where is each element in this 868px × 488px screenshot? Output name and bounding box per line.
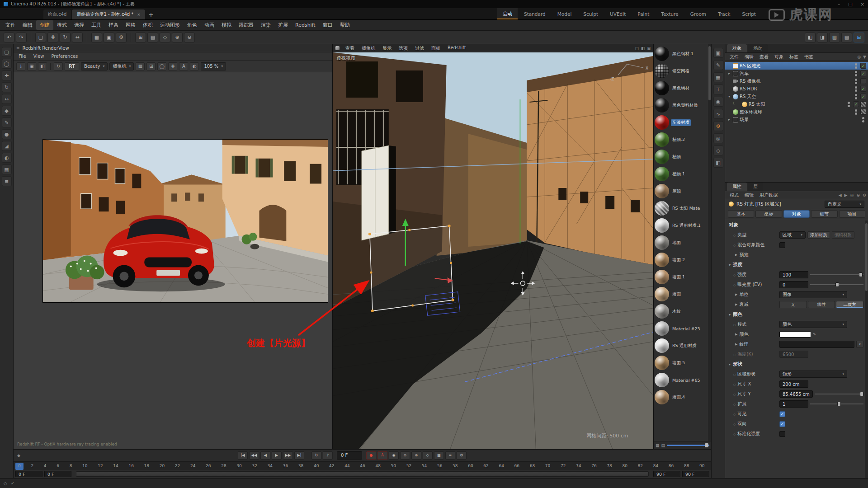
attr-tab-对象[interactable]: 对象	[783, 210, 810, 218]
expand-arrow-icon[interactable]: ▶	[735, 293, 737, 296]
menu-跟踪器[interactable]: 跟踪器	[235, 20, 257, 30]
attr-tab-细节[interactable]: 细节	[811, 210, 837, 218]
material-item[interactable]: 镂空网格	[655, 62, 711, 80]
attr-menu-模式[interactable]: 模式	[727, 192, 741, 199]
vp-menu-摄像机[interactable]: 摄像机	[359, 45, 378, 52]
zoom-level-select[interactable]: 105 %▾	[201, 62, 226, 70]
value-field[interactable]: 100	[779, 271, 808, 278]
save-image-icon[interactable]: ↓	[16, 62, 25, 70]
material-item[interactable]: 黑色钢材.1	[655, 45, 711, 62]
menu-模式[interactable]: 模式	[53, 20, 71, 30]
tile-tag-icon[interactable]	[860, 78, 866, 84]
checkbox[interactable]	[779, 431, 785, 437]
layout-tab-Model[interactable]: Model	[552, 8, 577, 19]
key-pla-button[interactable]: ≡	[445, 451, 455, 460]
timeline-ruler[interactable]: 0246810121416182022242628303234363840424…	[14, 461, 711, 470]
key-rotation-button[interactable]: ◇	[423, 451, 433, 460]
material-item[interactable]: 车漆材质	[655, 114, 711, 131]
mirror-tool[interactable]: ▦	[2, 164, 12, 174]
layout-tab-Texture[interactable]: Texture	[656, 8, 684, 19]
material-item[interactable]: RS 太阳 Mate	[655, 200, 711, 217]
material-item[interactable]: 墙面.4	[655, 389, 711, 406]
attr-tab-项目[interactable]: 项目	[839, 210, 865, 218]
toolbar-workplane-button[interactable]: ▤	[147, 33, 158, 42]
toolbar-quantize-button[interactable]: ◇	[160, 33, 170, 42]
checker-tag-icon[interactable]	[860, 109, 866, 115]
attr-back-icon[interactable]: ◀	[839, 193, 842, 197]
viewport-split-icon[interactable]: ◧	[641, 46, 645, 51]
layout-tab-Sculpt[interactable]: Sculpt	[578, 8, 604, 19]
range-end-field[interactable]: 90 F	[653, 471, 680, 477]
toolbar-layout-panel-1-button[interactable]: ◧	[805, 33, 816, 42]
vp-menu-查看[interactable]: 查看	[342, 45, 358, 52]
menu-编辑[interactable]: 编辑	[19, 20, 36, 30]
simulation-button[interactable]: ∿	[713, 109, 723, 119]
menu-网格[interactable]: 网格	[122, 20, 139, 30]
layout-tab-Script[interactable]: Script	[737, 8, 761, 19]
expand-arrow-icon[interactable]: ▸	[727, 117, 731, 122]
visibility-dots[interactable]	[855, 79, 857, 84]
menu-窗口[interactable]: 窗口	[319, 20, 336, 30]
material-item[interactable]: 木纹	[655, 303, 711, 320]
grid-overlay-icon[interactable]: ⊞	[146, 62, 156, 70]
slider[interactable]	[810, 271, 863, 278]
om-menu-书签[interactable]: 书签	[802, 53, 816, 61]
texture-browse-button[interactable]: ▾	[856, 341, 863, 348]
falloff-线性[interactable]: 线性	[808, 301, 835, 308]
toolbar-grid-snap-button[interactable]: ⊞	[135, 33, 146, 42]
material-item[interactable]: 黑色塑料材质	[655, 97, 711, 114]
range-slider-bar[interactable]	[76, 471, 649, 477]
menu-体积[interactable]: 体积	[139, 20, 156, 30]
pen-tool[interactable]: ✎	[2, 117, 12, 127]
close-button[interactable]: ×	[861, 2, 864, 7]
record-button[interactable]: ●	[366, 451, 376, 460]
crosshair-icon[interactable]: ✚	[168, 62, 177, 70]
layout-tab-Standard[interactable]: Standard	[519, 8, 551, 19]
checkbox[interactable]: ✓	[779, 421, 785, 427]
viewport-layout-icon[interactable]: ⊞	[647, 46, 651, 51]
expand-arrow-icon[interactable]: ▾	[727, 94, 731, 99]
material-item[interactable]: Material #65	[655, 371, 711, 389]
toolbar-scale-button[interactable]: ↔	[72, 33, 83, 42]
om-filter-icon[interactable]: ▼	[863, 55, 866, 59]
rt-toggle-button[interactable]: RT	[65, 62, 79, 70]
prev-key-button[interactable]: ◀◀	[249, 451, 259, 460]
value-field[interactable]	[779, 341, 854, 348]
falloff-无[interactable]: 无	[779, 301, 807, 308]
document-tab[interactable]: 最终确定角度1 - 副本.c4d *×	[72, 9, 145, 19]
check-tag-icon[interactable]: ✓	[860, 70, 866, 76]
value-field[interactable]: 200 cm	[779, 380, 808, 388]
object-row-RS HDR[interactable]: RS HDR✓	[725, 85, 868, 93]
expand-arrow-icon[interactable]: ▶	[735, 333, 737, 336]
status-ok-icon[interactable]: ✓	[11, 481, 14, 486]
range-start-field[interactable]: 0 F	[15, 471, 42, 477]
toolbar-lock-axis-button[interactable]: ⊖	[184, 33, 195, 42]
move-tool[interactable]: ✚	[2, 70, 12, 80]
dropdown[interactable]: 颜色▾	[779, 321, 847, 328]
material-item[interactable]: 墙面.5	[655, 354, 711, 371]
visibility-dots[interactable]	[848, 102, 850, 107]
color-swatch[interactable]	[779, 331, 811, 338]
slider[interactable]	[810, 281, 863, 288]
layout-tab-Groom[interactable]: Groom	[685, 8, 712, 19]
value-field[interactable]: 1	[779, 400, 808, 408]
object-row-RS 天空[interactable]: ▾RS 天空✓	[725, 93, 868, 100]
om-menu-编辑[interactable]: 编辑	[742, 53, 756, 61]
preset-select[interactable]: 自定义▾	[825, 201, 864, 208]
layout-tab-Track[interactable]: Track	[712, 8, 736, 19]
material-item[interactable]: 屋顶	[655, 183, 711, 200]
checker-tag-icon[interactable]	[860, 101, 866, 107]
material-item[interactable]: 黑色钢材	[655, 80, 711, 97]
new-tab-button[interactable]: +	[146, 9, 156, 19]
menu-帮助[interactable]: 帮助	[336, 20, 354, 30]
expand-arrow-icon[interactable]: ▶	[735, 303, 737, 306]
rv-menu-File[interactable]: File	[15, 53, 29, 59]
knife-tool[interactable]: ◢	[2, 141, 12, 151]
expand-arrow-icon[interactable]: ▸	[727, 71, 731, 75]
slider[interactable]	[810, 400, 863, 408]
play-button[interactable]: ▶	[272, 451, 282, 460]
cube-primitive-button[interactable]: ▣	[713, 48, 723, 58]
render-pass-select[interactable]: Beauty▾	[81, 62, 108, 70]
prev-frame-button[interactable]: ◀	[260, 451, 270, 460]
render-camera-select[interactable]: 摄像机▾	[109, 62, 134, 70]
